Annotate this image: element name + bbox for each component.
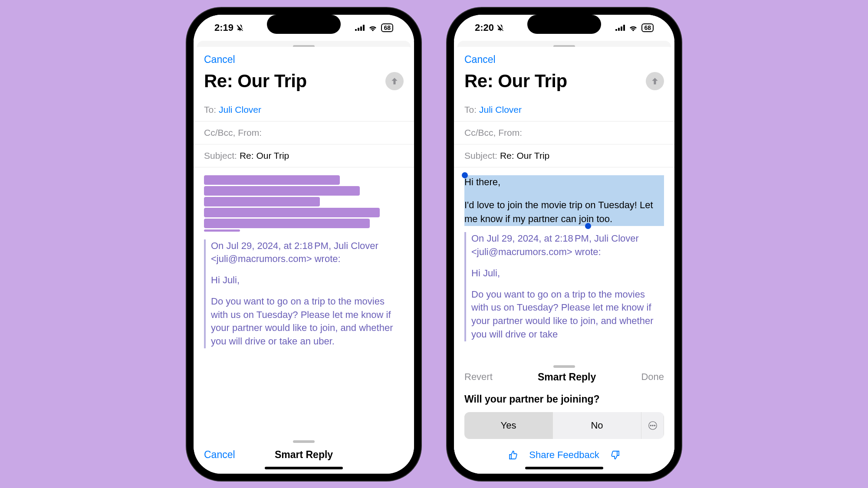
quoted-header: On Jul 29, 2024, at 2:18 PM, Juli Clover… [471, 232, 664, 259]
option-yes-button[interactable]: Yes [464, 412, 553, 439]
cancel-button[interactable]: Cancel [464, 54, 496, 65]
svg-point-9 [650, 425, 651, 426]
reply-body: I'd love to join the movie trip on Tuesd… [464, 200, 653, 224]
answer-options: Yes No [464, 412, 664, 439]
to-field[interactable]: To: Juli Clover [194, 98, 414, 121]
grabber-icon[interactable] [293, 440, 315, 443]
loading-line [204, 175, 340, 185]
subject-label: Subject: [464, 151, 497, 161]
thumbs-up-icon [508, 450, 519, 460]
done-button[interactable]: Done [641, 371, 664, 383]
share-feedback-button[interactable]: Share Feedback [529, 449, 599, 461]
message-body[interactable]: Hi there, I'd love to join the movie tri… [454, 167, 674, 365]
quoted-body: Do you want to go on a trip to the movie… [471, 288, 664, 341]
quoted-message: On Jul 29, 2024, at 2:18 PM, Juli Clover… [204, 239, 404, 349]
subject-value: Re: Our Trip [500, 151, 549, 161]
svg-rect-7 [623, 25, 625, 31]
loading-line [204, 197, 320, 206]
compose-title: Re: Our Trip [464, 71, 567, 92]
send-button[interactable] [646, 72, 664, 90]
quoted-body: Do you want to go on a trip to the movie… [211, 295, 404, 348]
loading-line [204, 208, 380, 217]
status-time: 2:20 [475, 22, 494, 33]
quoted-header: On Jul 29, 2024, at 2:18 PM, Juli Clover… [211, 239, 404, 266]
svg-rect-5 [618, 28, 620, 31]
grabber-icon[interactable] [553, 365, 575, 368]
loading-line [204, 219, 370, 228]
wifi-icon [628, 24, 638, 31]
smart-reply-title: Smart Reply [538, 371, 596, 383]
to-recipient[interactable]: Juli Clover [479, 105, 522, 115]
bell-slash-icon [236, 24, 244, 32]
revert-button[interactable]: Revert [464, 371, 493, 383]
cc-label: Cc/Bcc, From: [204, 128, 262, 138]
reply-greeting: Hi there, [464, 175, 664, 189]
smart-reply-panel: Revert Smart Reply Done Will your partne… [454, 365, 674, 474]
ellipsis-circle-icon [648, 421, 658, 430]
subject-value: Re: Our Trip [240, 151, 289, 161]
battery-icon: 68 [641, 23, 654, 32]
svg-point-10 [652, 425, 653, 426]
cc-field[interactable]: Cc/Bcc, From: [454, 121, 674, 144]
bell-slash-icon [496, 24, 504, 32]
phone-right: 2:20 68 Cancel Re: Our Trip To: [447, 8, 681, 481]
dynamic-island [527, 15, 601, 34]
quoted-greeting: Hi Juli, [471, 267, 664, 280]
home-indicator[interactable] [525, 467, 603, 469]
more-options-button[interactable] [641, 412, 664, 439]
signal-icon [355, 25, 365, 31]
quoted-message: On Jul 29, 2024, at 2:18 PM, Juli Clover… [464, 232, 664, 341]
smart-reply-cancel-button[interactable]: Cancel [204, 449, 235, 461]
subject-field[interactable]: Subject: Re: Our Trip [454, 144, 674, 167]
svg-rect-1 [358, 28, 359, 31]
home-indicator[interactable] [265, 467, 343, 469]
to-recipient[interactable]: Juli Clover [219, 105, 261, 115]
cancel-button[interactable]: Cancel [204, 54, 235, 65]
svg-point-11 [654, 425, 655, 426]
svg-rect-6 [621, 26, 622, 31]
arrow-up-icon [651, 77, 659, 85]
subject-label: Subject: [204, 151, 237, 161]
selection-handle-start[interactable] [462, 172, 468, 178]
generated-reply-selection[interactable]: Hi there, I'd love to join the movie tri… [464, 175, 664, 226]
message-body[interactable]: On Jul 29, 2024, at 2:18 PM, Juli Clover… [194, 167, 414, 440]
quoted-greeting: Hi Juli, [211, 274, 404, 287]
option-no-button[interactable]: No [553, 412, 641, 439]
wifi-icon [368, 24, 378, 31]
loading-line [204, 186, 360, 196]
selection-handle-end[interactable] [585, 223, 591, 229]
subject-field[interactable]: Subject: Re: Our Trip [194, 144, 414, 167]
battery-icon: 68 [381, 23, 393, 32]
smart-reply-title: Smart Reply [275, 449, 333, 461]
thumbs-up-button[interactable] [508, 450, 519, 460]
to-label: To: [464, 105, 477, 115]
arrow-up-icon [390, 77, 399, 85]
status-time: 2:19 [214, 22, 233, 33]
svg-rect-2 [360, 26, 362, 31]
followup-question: Will your partner be joining? [464, 393, 664, 405]
cc-label: Cc/Bcc, From: [464, 128, 522, 138]
svg-rect-4 [615, 29, 617, 31]
compose-title: Re: Our Trip [204, 71, 307, 92]
svg-rect-0 [355, 29, 357, 31]
svg-rect-3 [363, 25, 365, 31]
to-label: To: [204, 105, 216, 115]
send-button[interactable] [385, 72, 404, 90]
loading-line [204, 229, 240, 232]
thumbs-down-button[interactable] [610, 450, 620, 460]
phone-left: 2:19 68 Cancel Re: Our Trip [187, 8, 421, 481]
signal-icon [615, 25, 625, 31]
thumbs-down-icon [610, 450, 620, 460]
cc-field[interactable]: Cc/Bcc, From: [194, 121, 414, 144]
dynamic-island [267, 15, 341, 34]
to-field[interactable]: To: Juli Clover [454, 98, 674, 121]
